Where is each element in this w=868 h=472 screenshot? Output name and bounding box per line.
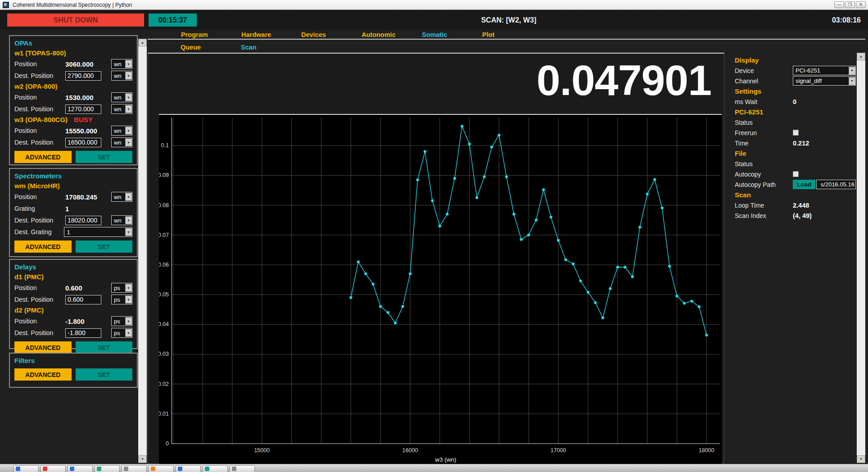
close-button[interactable]: ✕: [856, 1, 866, 8]
set-button[interactable]: SET: [76, 151, 133, 163]
taskbar-app-button[interactable]: [68, 465, 93, 472]
tab-program[interactable]: Program: [181, 31, 208, 38]
scan-plot[interactable]: 00.010.020.030.040.050.060.070.080.090.1…: [159, 114, 722, 464]
taskbar-app-icon: [43, 467, 47, 471]
dest-grating-select[interactable]: 1 ▼: [64, 227, 132, 237]
unit-select[interactable]: ps ▼: [111, 295, 132, 304]
load-button[interactable]: Load: [793, 180, 815, 189]
unit-select[interactable]: ps ▼: [111, 283, 132, 293]
left-scrollbar[interactable]: ▲ ▼: [138, 39, 147, 463]
unit-select[interactable]: wn ▼: [111, 92, 132, 102]
filters-panel: Filters ADVANCED SET: [9, 353, 138, 388]
dest-position-input[interactable]: [65, 328, 101, 338]
dest-position-input[interactable]: [65, 295, 101, 304]
svg-text:17000: 17000: [551, 447, 566, 454]
maximize-button[interactable]: ❐: [845, 1, 855, 8]
hardware-name-d2: d2 (PMC): [14, 305, 132, 315]
subtab-queue[interactable]: Queue: [181, 44, 201, 51]
set-button[interactable]: SET: [76, 368, 133, 381]
chevron-down-icon: ▼: [125, 284, 132, 292]
tab-somatic[interactable]: Somatic: [422, 31, 447, 38]
taskbar-app-button[interactable]: [149, 465, 174, 472]
chevron-down-icon: ▼: [125, 138, 132, 146]
dest-position-label: Dest. Position: [14, 296, 65, 303]
autocopy-path-input[interactable]: s/2016.05.16: [816, 180, 856, 189]
subtab-scan[interactable]: Scan: [241, 44, 257, 51]
window-title: Coherent Multidimensional Spectroscopy |…: [13, 0, 132, 10]
unit-select[interactable]: wn ▼: [111, 59, 132, 69]
dest-position-input[interactable]: [65, 216, 101, 225]
chevron-down-icon: ▼: [125, 127, 132, 135]
taskbar-app-icon: [151, 467, 155, 471]
scroll-down-icon[interactable]: ▼: [138, 455, 147, 463]
dest-position-input[interactable]: [65, 71, 101, 81]
autocopy-checkbox[interactable]: [793, 171, 799, 177]
taskbar-app-button[interactable]: [95, 465, 120, 472]
position-readout: -1.800: [65, 318, 85, 325]
svg-text:0.04: 0.04: [159, 321, 169, 327]
taskbar-app-button[interactable]: [230, 465, 255, 472]
svg-text:0.01: 0.01: [159, 411, 169, 417]
device-select[interactable]: PCI-6251 ▼: [793, 66, 856, 75]
tab-autonomic[interactable]: Autonomic: [362, 31, 396, 38]
dest-position-label: Dest. Position: [14, 139, 65, 146]
taskbar-app-button[interactable]: [122, 465, 147, 472]
unit-select[interactable]: wn ▼: [111, 215, 132, 225]
advanced-button[interactable]: ADVANCED: [14, 241, 72, 253]
svg-text:15000: 15000: [254, 447, 270, 454]
tab-devices[interactable]: Devices: [301, 31, 326, 38]
svg-text:0.08: 0.08: [159, 202, 169, 209]
taskbar-app-icon: [97, 467, 101, 471]
svg-text:0.09: 0.09: [159, 172, 169, 178]
chevron-down-icon: ▼: [849, 67, 855, 75]
unit-select[interactable]: wn ▼: [111, 104, 132, 114]
advanced-button[interactable]: ADVANCED: [14, 368, 72, 381]
minimize-button[interactable]: —: [834, 1, 844, 8]
scroll-up-icon[interactable]: ▲: [857, 53, 865, 60]
taskbar-app-icon: [178, 467, 182, 471]
scan-plot-canvas[interactable]: 00.010.020.030.040.050.060.070.080.090.1…: [159, 115, 721, 463]
freerun-label: Freerun: [735, 129, 793, 136]
top-command-bar: SHUT DOWN 00:15:37 SCAN: [W2, W3] 03:08:…: [0, 10, 868, 30]
dest-position-label: Dest. Position: [14, 105, 65, 113]
tab-hardware[interactable]: Hardware: [241, 31, 271, 38]
unit-select[interactable]: ps ▼: [111, 328, 132, 338]
unit-select[interactable]: ps ▼: [111, 316, 132, 326]
scroll-down-icon[interactable]: ▼: [857, 455, 865, 463]
hardware-name-d1: d1 (PMC): [14, 272, 132, 282]
chevron-down-icon: ▼: [125, 60, 132, 68]
channel-select[interactable]: signal_diff ▼: [793, 76, 856, 86]
delays-panel: Delays d1 (PMC) Position 0.600 ps ▼ Dest…: [9, 259, 138, 349]
scroll-up-icon[interactable]: ▲: [138, 39, 147, 46]
tab-divider: [148, 39, 865, 40]
chevron-down-icon: ▼: [125, 317, 132, 325]
taskbar-app-icon: [16, 467, 20, 471]
taskbar-app-button[interactable]: [176, 465, 201, 472]
right-scrollbar[interactable]: ▲ ▼: [857, 53, 865, 463]
taskbar-app-button[interactable]: [203, 465, 228, 472]
dest-position-input[interactable]: [65, 138, 101, 147]
taskbar-app-button[interactable]: [41, 465, 66, 472]
svg-text:0.03: 0.03: [159, 351, 169, 357]
tab-plot[interactable]: Plot: [482, 31, 494, 38]
unit-select[interactable]: wn ▼: [111, 192, 132, 202]
panel-header: Spectrometers: [14, 171, 132, 181]
shutdown-button[interactable]: SHUT DOWN: [7, 14, 144, 27]
chevron-down-icon: ▼: [125, 329, 132, 337]
opas-panel: OPAs w1 (TOPAS-800) Position 3060.000 wn…: [9, 35, 138, 165]
freerun-checkbox[interactable]: [793, 130, 799, 136]
set-button[interactable]: SET: [76, 341, 133, 354]
section-header-settings: Settings: [728, 86, 856, 96]
section-header-scan: Scan: [728, 190, 856, 200]
unit-select[interactable]: wn ▼: [111, 126, 132, 136]
set-button[interactable]: SET: [76, 241, 133, 253]
chevron-down-icon: ▼: [125, 228, 132, 236]
unit-select[interactable]: wn ▼: [111, 71, 132, 81]
title-bar: Coherent Multidimensional Spectroscopy |…: [0, 0, 868, 10]
taskbar-app-button[interactable]: [14, 465, 39, 472]
dest-position-input[interactable]: [65, 104, 101, 114]
advanced-button[interactable]: ADVANCED: [14, 151, 72, 163]
unit-select[interactable]: wn ▼: [111, 137, 132, 147]
advanced-button[interactable]: ADVANCED: [14, 341, 72, 354]
position-readout: 15550.000: [65, 127, 97, 135]
